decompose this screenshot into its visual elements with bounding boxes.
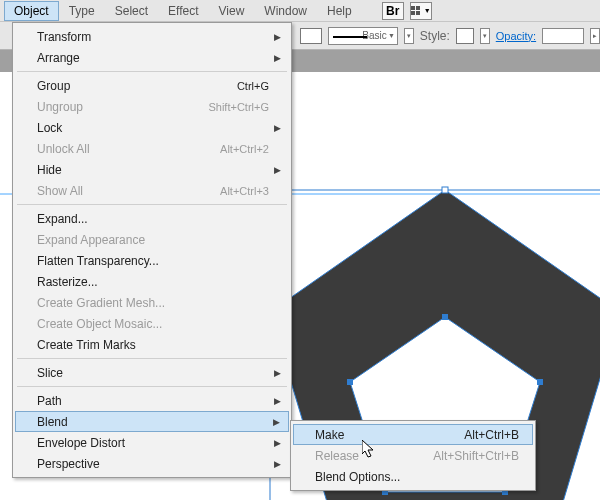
- brush-menu-button[interactable]: ▾: [404, 28, 414, 44]
- style-label: Style:: [420, 29, 450, 43]
- opacity-menu-button[interactable]: ▸: [590, 28, 600, 44]
- svg-rect-21: [442, 187, 448, 193]
- chevron-down-icon: ▼: [388, 32, 395, 39]
- menu-object[interactable]: Object: [4, 1, 59, 21]
- brush-basic-dropdown[interactable]: Basic ▼: [328, 27, 398, 45]
- submenu-arrow-icon: ▶: [274, 53, 281, 63]
- menu-separator: [17, 386, 287, 387]
- svg-rect-3: [416, 11, 420, 15]
- svg-rect-0: [411, 6, 415, 10]
- menu-effect[interactable]: Effect: [158, 1, 208, 21]
- svg-rect-1: [416, 6, 420, 10]
- menu-lock[interactable]: Lock▶: [15, 117, 289, 138]
- menu-group[interactable]: GroupCtrl+G: [15, 75, 289, 96]
- menu-flatten-transparency[interactable]: Flatten Transparency...: [15, 250, 289, 271]
- svg-rect-2: [411, 11, 415, 15]
- menu-help[interactable]: Help: [317, 1, 362, 21]
- blend-submenu: MakeAlt+Ctrl+B ReleaseAlt+Shift+Ctrl+B B…: [290, 420, 536, 491]
- menu-perspective[interactable]: Perspective▶: [15, 453, 289, 474]
- submenu-arrow-icon: ▶: [274, 438, 281, 448]
- menu-select[interactable]: Select: [105, 1, 158, 21]
- menu-separator: [17, 71, 287, 72]
- menu-transform[interactable]: Transform▶: [15, 26, 289, 47]
- submenu-arrow-icon: ▶: [274, 459, 281, 469]
- submenu-arrow-icon: ▶: [273, 417, 280, 427]
- opacity-label[interactable]: Opacity:: [496, 30, 536, 42]
- menu-unlock-all: Unlock AllAlt+Ctrl+2: [15, 138, 289, 159]
- menu-expand-appearance: Expand Appearance: [15, 229, 289, 250]
- menu-path[interactable]: Path▶: [15, 390, 289, 411]
- submenu-arrow-icon: ▶: [274, 32, 281, 42]
- bridge-button[interactable]: Br: [382, 2, 404, 20]
- style-menu-button[interactable]: ▾: [480, 28, 490, 44]
- brush-swatch[interactable]: [300, 28, 322, 44]
- menu-ungroup: UngroupShift+Ctrl+G: [15, 96, 289, 117]
- menu-view[interactable]: View: [209, 1, 255, 21]
- menu-show-all: Show AllAlt+Ctrl+3: [15, 180, 289, 201]
- menu-slice[interactable]: Slice▶: [15, 362, 289, 383]
- menu-rasterize[interactable]: Rasterize...: [15, 271, 289, 292]
- menu-envelope-distort[interactable]: Envelope Distort▶: [15, 432, 289, 453]
- menu-expand[interactable]: Expand...: [15, 208, 289, 229]
- submenu-arrow-icon: ▶: [274, 368, 281, 378]
- style-swatch[interactable]: [456, 28, 474, 44]
- menu-separator: [17, 358, 287, 359]
- svg-rect-15: [442, 314, 448, 320]
- brush-basic-label: Basic: [362, 30, 386, 41]
- svg-rect-16: [537, 379, 543, 385]
- menu-hide[interactable]: Hide▶: [15, 159, 289, 180]
- opacity-field[interactable]: [542, 28, 584, 44]
- menu-type[interactable]: Type: [59, 1, 105, 21]
- submenu-arrow-icon: ▶: [274, 123, 281, 133]
- submenu-arrow-icon: ▶: [274, 396, 281, 406]
- menubar: Object Type Select Effect View Window He…: [0, 0, 600, 22]
- menu-create-trim-marks[interactable]: Create Trim Marks: [15, 334, 289, 355]
- menu-separator: [17, 204, 287, 205]
- submenu-release: ReleaseAlt+Shift+Ctrl+B: [293, 445, 533, 466]
- menu-arrange[interactable]: Arrange▶: [15, 47, 289, 68]
- submenu-make[interactable]: MakeAlt+Ctrl+B: [293, 424, 533, 445]
- grid-icon: [411, 6, 423, 16]
- menu-blend[interactable]: Blend▶: [15, 411, 289, 432]
- svg-rect-19: [347, 379, 353, 385]
- object-menu: Transform▶ Arrange▶ GroupCtrl+G UngroupS…: [12, 22, 292, 478]
- arrange-documents-button[interactable]: ▼: [410, 2, 432, 20]
- submenu-arrow-icon: ▶: [274, 165, 281, 175]
- menu-create-gradient-mesh: Create Gradient Mesh...: [15, 292, 289, 313]
- menu-create-object-mosaic: Create Object Mosaic...: [15, 313, 289, 334]
- submenu-blend-options[interactable]: Blend Options...: [293, 466, 533, 487]
- menu-window[interactable]: Window: [254, 1, 317, 21]
